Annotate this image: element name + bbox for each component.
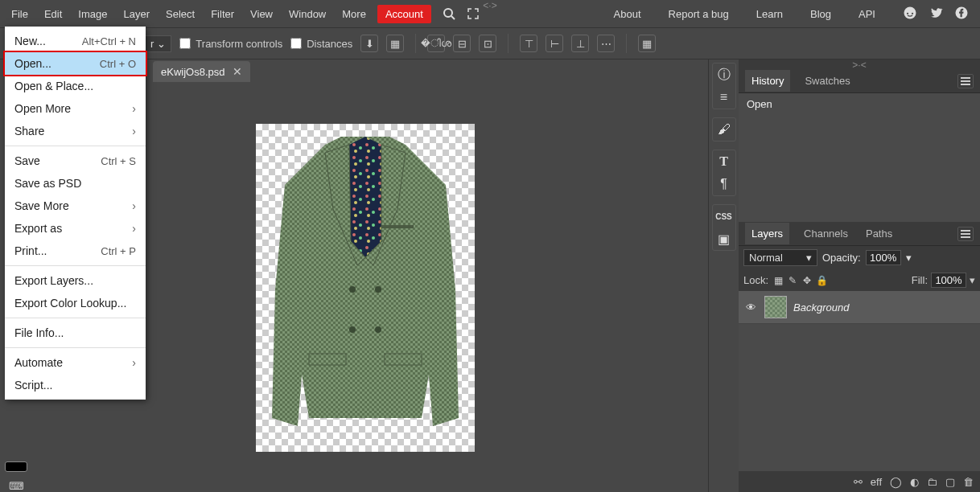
history-item-open[interactable]: Open: [739, 93, 980, 115]
lock-pixels-icon[interactable]: ▦: [772, 274, 784, 287]
menu-view[interactable]: View: [242, 3, 281, 25]
fill-dropdown-icon[interactable]: ▾: [970, 274, 975, 286]
menu-filter[interactable]: Filter: [203, 3, 242, 25]
sliders-icon[interactable]: ≡: [713, 86, 735, 109]
dd-item-export-as[interactable]: Export as›: [5, 217, 146, 240]
dd-item-export-color-lookup-[interactable]: Export Color Lookup...: [5, 292, 146, 314]
fill-input[interactable]: 100%: [931, 273, 966, 288]
link-api[interactable]: API: [850, 3, 883, 25]
search-icon[interactable]: [441, 6, 457, 22]
layer-mask-icon[interactable]: ◯: [890, 476, 902, 488]
link-learn[interactable]: Learn: [748, 3, 791, 25]
svg-point-16: [375, 326, 381, 333]
qr-icon[interactable]: ▦: [386, 35, 404, 52]
align-right-icon[interactable]: ⊡: [479, 35, 496, 52]
distances-label: Distances: [307, 38, 352, 50]
document-tab[interactable]: eKwijOs8.psd ✕: [153, 61, 250, 82]
dd-item-share[interactable]: Share›: [5, 120, 146, 142]
panel-handle[interactable]: <·>: [483, 0, 496, 11]
delete-layer-icon[interactable]: 🗑: [963, 476, 974, 488]
tab-channels[interactable]: Channels: [801, 223, 851, 244]
facebook-icon[interactable]: [954, 6, 969, 23]
svg-line-1: [451, 16, 455, 19]
new-layer-icon[interactable]: ▢: [945, 476, 955, 488]
layers-menu-icon[interactable]: [957, 227, 974, 241]
svg-point-14: [375, 286, 381, 293]
download-icon[interactable]: ⬇: [360, 35, 378, 52]
lock-brush-icon[interactable]: ✎: [786, 274, 799, 287]
align-middle-icon[interactable]: ⊢: [546, 35, 563, 52]
info-icon[interactable]: ⓘ: [713, 64, 735, 86]
adjustment-layer-icon[interactable]: ◐: [910, 476, 919, 488]
layer-thumbnail: [764, 296, 787, 318]
tab-paths[interactable]: Paths: [863, 223, 896, 244]
separator: [415, 34, 416, 53]
dd-item-print-[interactable]: Print...Ctrl + P: [5, 240, 146, 262]
lock-move-icon[interactable]: ✥: [801, 274, 813, 287]
layer-row-background[interactable]: 👁 Background: [739, 291, 980, 324]
svg-point-15: [349, 326, 356, 333]
align-top-icon[interactable]: ⊤: [520, 35, 537, 52]
layer-effects-icon[interactable]: eff: [871, 476, 882, 488]
tab-layers[interactable]: Layers: [745, 223, 789, 244]
distances-check[interactable]: Distances: [290, 38, 352, 50]
color-swatch[interactable]: [5, 461, 27, 472]
lock-label: Lock:: [743, 274, 768, 286]
dd-item-save[interactable]: SaveCtrl + S: [5, 150, 146, 172]
link-blog[interactable]: Blog: [802, 3, 839, 25]
menu-more[interactable]: More: [334, 3, 374, 25]
align-center-h-icon[interactable]: ⊟: [453, 35, 471, 52]
canvas-artboard[interactable]: [256, 124, 475, 452]
dd-item-save-as-psd[interactable]: Save as PSD: [5, 172, 146, 195]
layer-select[interactable]: r⌄: [145, 35, 171, 52]
menu-select[interactable]: Select: [158, 3, 203, 25]
link-report-bug[interactable]: Report a bug: [661, 3, 737, 25]
transform-controls-check[interactable]: Transform controls: [179, 38, 282, 50]
tab-swatches[interactable]: Swatches: [801, 70, 853, 92]
link-layers-icon[interactable]: ⚯: [854, 476, 863, 488]
css-icon[interactable]: CSS: [713, 205, 735, 228]
menu-layer[interactable]: Layer: [116, 3, 159, 25]
dd-item-export-layers-[interactable]: Export Layers...: [5, 269, 146, 292]
dd-item-save-more[interactable]: Save More›: [5, 195, 146, 217]
twitter-icon[interactable]: [929, 6, 943, 23]
history-menu-icon[interactable]: [957, 74, 974, 88]
dd-item-script-[interactable]: Script...: [5, 374, 146, 396]
grid-icon[interactable]: ▦: [638, 35, 656, 52]
align-left-icon[interactable]: �ിശ: [427, 35, 445, 52]
dd-item-file-info-[interactable]: File Info...: [5, 322, 146, 344]
align-bottom-icon[interactable]: ⊥: [571, 35, 589, 52]
menu-account[interactable]: Account: [377, 5, 431, 23]
distribute-icon[interactable]: ⋯: [597, 35, 615, 52]
keyboard-icon[interactable]: ⌨: [9, 480, 24, 492]
dd-item-open-[interactable]: Open...Ctrl + O: [3, 51, 147, 76]
menu-file[interactable]: File: [3, 3, 36, 25]
reddit-icon[interactable]: [903, 6, 917, 23]
visibility-icon[interactable]: 👁: [743, 301, 758, 314]
opacity-dropdown-icon[interactable]: ▾: [906, 252, 912, 264]
link-about[interactable]: About: [606, 3, 649, 25]
blend-mode-select[interactable]: Normal▾: [743, 249, 817, 266]
menu-edit[interactable]: Edit: [36, 3, 70, 25]
menu-window[interactable]: Window: [281, 3, 334, 25]
dd-item-automate[interactable]: Automate›: [5, 351, 146, 374]
dd-item-open-more[interactable]: Open More›: [5, 97, 146, 120]
separator: [508, 34, 509, 53]
dd-item-new-[interactable]: New...Alt+Ctrl + N: [5, 30, 146, 52]
type-icon[interactable]: T: [713, 150, 735, 173]
lock-all-icon[interactable]: 🔒: [815, 274, 828, 287]
tab-history[interactable]: History: [745, 70, 790, 92]
fullscreen-icon[interactable]: [465, 6, 481, 22]
close-tab-icon[interactable]: ✕: [233, 65, 242, 78]
menu-image[interactable]: Image: [70, 3, 115, 25]
picture-icon[interactable]: ▣: [713, 228, 735, 250]
new-folder-icon[interactable]: 🗀: [927, 476, 937, 488]
svg-rect-19: [381, 225, 414, 228]
brush-icon[interactable]: 🖌: [713, 118, 735, 141]
opacity-input[interactable]: 100%: [866, 250, 901, 265]
svg-rect-18: [385, 354, 422, 365]
paragraph-icon[interactable]: ¶: [713, 173, 735, 195]
dd-item-open-place-[interactable]: Open & Place...: [5, 75, 146, 97]
file-dropdown: New...Alt+Ctrl + NOpen...Ctrl + OOpen & …: [5, 27, 146, 400]
jacket-image: [261, 129, 470, 447]
